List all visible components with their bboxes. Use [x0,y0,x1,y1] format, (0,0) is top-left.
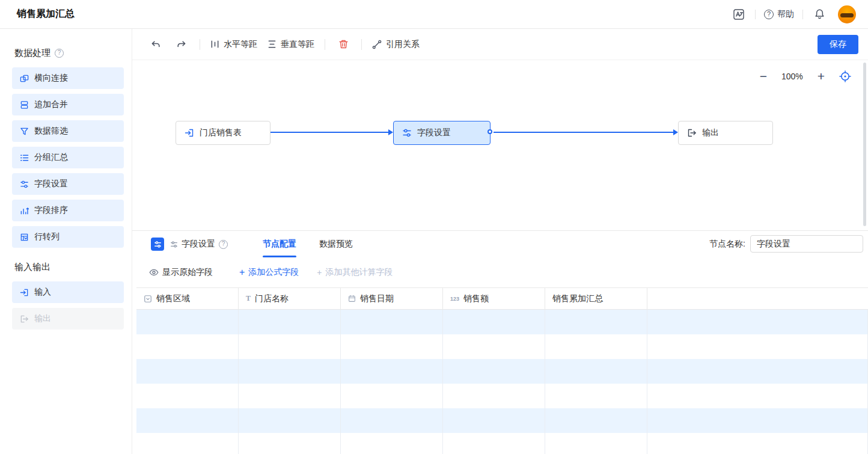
sidebar-section-data-processing: 数据处理 ? [0,47,132,59]
header-divider [802,10,803,19]
horizontal-spacing-icon [210,40,219,49]
output-icon [687,128,697,138]
column-label: 门店名称 [255,293,289,304]
horizontal-spacing-button[interactable]: 水平等距 [210,39,257,50]
save-button[interactable]: 保存 [818,35,858,54]
node-name-input[interactable] [750,235,863,253]
sidebar-item-label: 字段设置 [34,179,68,189]
table-cell [443,359,545,384]
show-original-fields-label: 显示原始字段 [162,267,213,278]
plus-icon: + [317,268,322,277]
node-output-port[interactable] [487,129,492,134]
sidebar-item-append-merge[interactable]: 追加合并 [12,94,124,115]
vertical-scrollbar[interactable] [863,63,866,226]
notification-bell-icon[interactable] [811,7,827,22]
zoom-in-icon[interactable]: + [818,70,825,82]
column-header-sales-amount[interactable]: 123 销售额 [443,288,545,309]
sidebar-item-row-to-column[interactable]: 行转列 [12,226,124,248]
table-cell [545,310,647,334]
question-icon[interactable]: ? [219,240,228,249]
sidebar-item-label: 数据筛选 [34,126,68,137]
table-cell [647,310,868,334]
sidebar-item-field-sort[interactable]: 字段排序 [12,200,124,221]
app-root: 销售累加汇总 ? 帮助 数据处理 ? 横向连接 [0,0,868,454]
add-formula-field-button[interactable]: + 添加公式字段 [239,267,299,278]
header-actions: ? 帮助 [731,5,856,23]
sidebar-item-field-settings[interactable]: 字段设置 [12,173,124,195]
panel-header: 字段设置 ? 节点配置 数据预览 节点名称: [132,231,868,257]
translate-icon[interactable] [731,7,747,22]
redo-icon[interactable] [174,37,189,52]
sidebar-item-data-filter[interactable]: 数据筛选 [12,120,124,142]
node-label: 字段设置 [417,127,451,138]
select-field-icon [144,295,152,303]
sidebar-item-label: 字段排序 [34,205,68,216]
header-divider [755,10,756,19]
table-cell [545,408,647,433]
page-title: 销售累加汇总 [17,8,75,20]
sidebar-item-label: 横向连接 [34,73,68,84]
table-cell [341,310,443,334]
sidebar-item-label: 分组汇总 [34,152,68,163]
tab-node-config[interactable]: 节点配置 [263,231,296,257]
sidebar-item-input[interactable]: 输入 [12,281,124,303]
column-header-store-name[interactable]: T 门店名称 [239,288,341,309]
section-title: 输入输出 [14,261,50,273]
flow-canvas[interactable]: − 100% + 门店销售表 字段设置 输出 [132,60,868,230]
undo-icon[interactable] [148,37,164,52]
node-label: 门店销售表 [200,127,242,138]
column-header-sales-region[interactable]: 销售区域 [136,288,239,309]
date-field-icon [348,295,356,302]
sidebar-item-group-summarize[interactable]: 分组汇总 [12,147,124,168]
table-row [136,334,868,359]
node-output[interactable]: 输出 [678,121,773,145]
table-cell [443,433,545,454]
sidebar-item-horizontal-join[interactable]: 横向连接 [12,67,124,89]
toolbar-divider [200,39,200,50]
edge-settings-to-output [494,132,674,133]
table-cell [136,359,239,384]
show-original-fields-button[interactable]: 显示原始字段 [149,267,213,278]
zoom-level: 100% [781,72,803,81]
main-area: 水平等距 垂直等距 引用关系 保存 − 100% + [132,29,868,454]
table-cell [136,384,239,408]
config-panel: 字段设置 ? 节点配置 数据预览 节点名称: 显示原始字段 + [132,230,868,454]
zoom-out-icon[interactable]: − [760,70,767,82]
table-cell [239,384,341,408]
plus-icon: + [239,268,245,277]
vertical-spacing-button[interactable]: 垂直等距 [267,39,314,50]
table-cell [136,433,239,454]
table-row [136,408,868,433]
table-header-row: 销售区域 T 门店名称 销售日期 123 销售额 销售 [136,287,868,310]
node-store-sales-table[interactable]: 门店销售表 [176,121,270,145]
avatar[interactable] [838,5,856,23]
table-cell [341,334,443,359]
table-cell [239,359,341,384]
column-header-sales-date[interactable]: 销售日期 [341,288,443,309]
tab-data-preview[interactable]: 数据预览 [319,231,353,257]
question-icon[interactable]: ? [55,49,64,58]
column-header-sales-cumulative[interactable]: 销售累加汇总 [545,288,647,309]
vertical-spacing-icon [267,40,277,49]
table-cell [545,359,647,384]
delete-icon[interactable] [335,37,351,52]
table-cell [443,384,545,408]
table-cell [136,334,239,359]
reference-relation-button[interactable]: 引用关系 [372,39,420,50]
data-filter-icon [20,127,29,136]
input-icon [20,288,29,297]
fit-view-icon[interactable] [839,70,851,82]
column-header-empty [647,288,868,309]
field-settings-badge-icon [151,238,164,251]
column-label: 销售额 [463,293,489,304]
panel-actions: 显示原始字段 + 添加公式字段 + 添加其他计算字段 [132,257,868,287]
node-field-settings[interactable]: 字段设置 [393,121,491,145]
panel-title: 字段设置 [182,239,215,250]
table-row [136,359,868,384]
help-button[interactable]: ? 帮助 [764,9,794,20]
field-settings-icon [170,241,178,248]
canvas-toolbar: 水平等距 垂直等距 引用关系 保存 [132,29,868,60]
table-cell [341,408,443,433]
add-other-calc-field-label: 添加其他计算字段 [326,267,393,278]
table-cell [341,433,443,454]
